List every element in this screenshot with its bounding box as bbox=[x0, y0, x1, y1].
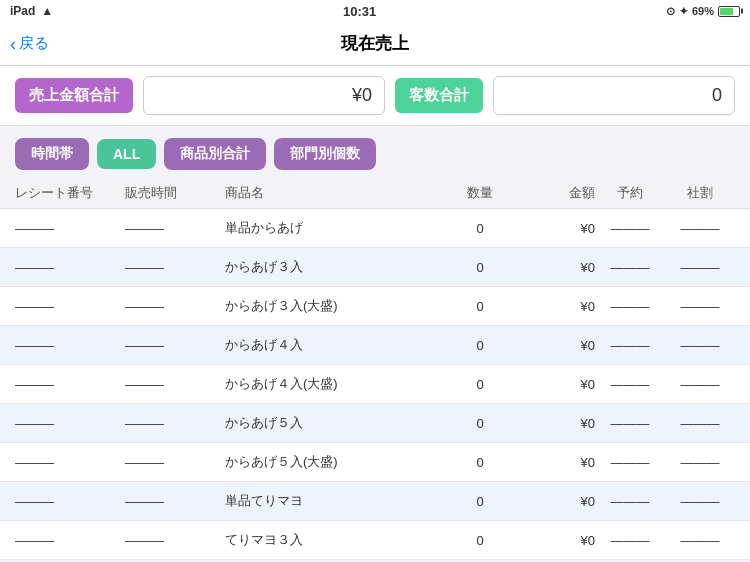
cell-2: からあげ４入(大盛) bbox=[225, 375, 445, 393]
cell-1: ——— bbox=[125, 260, 225, 275]
cell-1: ——— bbox=[125, 494, 225, 509]
cell-2: からあげ５入(大盛) bbox=[225, 453, 445, 471]
back-button[interactable]: ‹ 戻る bbox=[10, 34, 49, 53]
cell-5: ——— bbox=[595, 260, 665, 275]
cell-2: 単品てりマヨ bbox=[225, 492, 445, 510]
cell-6: ——— bbox=[665, 338, 735, 353]
status-right: ⊙ ✦ 69% bbox=[666, 5, 740, 18]
col-header-receipt: レシート番号 bbox=[15, 184, 125, 202]
table-row: ——————からあげ４入(大盛)0¥0—————— bbox=[0, 365, 750, 404]
cell-3: 0 bbox=[445, 338, 515, 353]
cell-5: ——— bbox=[595, 416, 665, 431]
cell-6: ——— bbox=[665, 494, 735, 509]
cell-2: からあげ３入 bbox=[225, 258, 445, 276]
cell-4: ¥0 bbox=[515, 455, 595, 470]
cell-6: ——— bbox=[665, 455, 735, 470]
cell-6: ——— bbox=[665, 533, 735, 548]
cell-0: ——— bbox=[15, 338, 125, 353]
cell-6: ——— bbox=[665, 416, 735, 431]
cell-4: ¥0 bbox=[515, 338, 595, 353]
col-header-time: 販売時間 bbox=[125, 184, 225, 202]
table-row: ——————からあげ３入(大盛)0¥0—————— bbox=[0, 287, 750, 326]
nav-bar: ‹ 戻る 現在売上 bbox=[0, 22, 750, 66]
cell-4: ¥0 bbox=[515, 299, 595, 314]
cell-1: ——— bbox=[125, 338, 225, 353]
table-body: ——————単品からあげ0¥0————————————からあげ３入0¥0————… bbox=[0, 209, 750, 562]
cell-0: ——— bbox=[15, 494, 125, 509]
battery-percentage: 69% bbox=[692, 5, 714, 17]
customer-label: 客数合計 bbox=[395, 78, 483, 113]
col-header-reservation: 予約 bbox=[595, 184, 665, 202]
table-row: ——————からあげ５入0¥0—————— bbox=[0, 404, 750, 443]
filter-btn-bumon[interactable]: 部門別個数 bbox=[274, 138, 376, 170]
table-row: ——————単品からあげ0¥0—————— bbox=[0, 209, 750, 248]
cell-1: ——— bbox=[125, 416, 225, 431]
cell-0: ——— bbox=[15, 221, 125, 236]
table-row: ——————からあげ３入0¥0—————— bbox=[0, 248, 750, 287]
table-header: レシート番号 販売時間 商品名 数量 金額 予約 社割 bbox=[0, 178, 750, 209]
cell-0: ——— bbox=[15, 260, 125, 275]
cell-5: ——— bbox=[595, 455, 665, 470]
cell-4: ¥0 bbox=[515, 221, 595, 236]
cell-2: 単品からあげ bbox=[225, 219, 445, 237]
back-chevron-icon: ‹ bbox=[10, 35, 16, 53]
cell-5: ——— bbox=[595, 299, 665, 314]
cell-0: ——— bbox=[15, 455, 125, 470]
cell-4: ¥0 bbox=[515, 533, 595, 548]
filter-btn-shohin[interactable]: 商品別合計 bbox=[164, 138, 266, 170]
cell-6: ——— bbox=[665, 221, 735, 236]
cell-6: ——— bbox=[665, 260, 735, 275]
device-label: iPad bbox=[10, 4, 35, 18]
cell-2: からあげ４入 bbox=[225, 336, 445, 354]
screen-rotation-icon: ⊙ bbox=[666, 5, 675, 18]
cell-6: ——— bbox=[665, 299, 735, 314]
sales-value: ¥0 bbox=[143, 76, 385, 115]
cell-1: ——— bbox=[125, 299, 225, 314]
cell-5: ——— bbox=[595, 377, 665, 392]
col-header-discount: 社割 bbox=[665, 184, 735, 202]
col-header-product: 商品名 bbox=[225, 184, 445, 202]
cell-3: 0 bbox=[445, 221, 515, 236]
cell-3: 0 bbox=[445, 377, 515, 392]
summary-row: 売上金額合計 ¥0 客数合計 0 bbox=[0, 66, 750, 126]
sales-label: 売上金額合計 bbox=[15, 78, 133, 113]
battery-icon bbox=[718, 6, 740, 17]
cell-2: てりマヨ３入 bbox=[225, 531, 445, 549]
col-header-qty: 数量 bbox=[445, 184, 515, 202]
cell-4: ¥0 bbox=[515, 377, 595, 392]
cell-4: ¥0 bbox=[515, 416, 595, 431]
bluetooth-icon: ✦ bbox=[679, 5, 688, 18]
cell-1: ——— bbox=[125, 533, 225, 548]
cell-3: 0 bbox=[445, 455, 515, 470]
cell-5: ——— bbox=[595, 494, 665, 509]
col-header-amount: 金額 bbox=[515, 184, 595, 202]
cell-5: ——— bbox=[595, 338, 665, 353]
table-row: ——————てりマヨ３入0¥0—————— bbox=[0, 521, 750, 560]
cell-0: ——— bbox=[15, 533, 125, 548]
filter-row: 時間帯ALL商品別合計部門別個数 bbox=[0, 126, 750, 178]
cell-1: ——— bbox=[125, 377, 225, 392]
status-bar: iPad ▲ 10:31 ⊙ ✦ 69% bbox=[0, 0, 750, 22]
cell-3: 0 bbox=[445, 299, 515, 314]
cell-3: 0 bbox=[445, 533, 515, 548]
cell-2: からあげ５入 bbox=[225, 414, 445, 432]
cell-4: ¥0 bbox=[515, 260, 595, 275]
cell-0: ——— bbox=[15, 377, 125, 392]
cell-5: ——— bbox=[595, 221, 665, 236]
cell-2: からあげ３入(大盛) bbox=[225, 297, 445, 315]
cell-4: ¥0 bbox=[515, 494, 595, 509]
table-row: ——————単品てりマヨ0¥0—————— bbox=[0, 482, 750, 521]
cell-5: ——— bbox=[595, 533, 665, 548]
filter-btn-all[interactable]: ALL bbox=[97, 139, 156, 169]
cell-6: ——— bbox=[665, 377, 735, 392]
table-row: ——————からあげ４入0¥0—————— bbox=[0, 326, 750, 365]
cell-0: ——— bbox=[15, 416, 125, 431]
status-left: iPad ▲ bbox=[10, 4, 53, 18]
wifi-icon: ▲ bbox=[41, 4, 53, 18]
status-time: 10:31 bbox=[343, 4, 376, 19]
page-title: 現在売上 bbox=[341, 32, 409, 55]
filter-btn-jikantai[interactable]: 時間帯 bbox=[15, 138, 89, 170]
cell-3: 0 bbox=[445, 416, 515, 431]
cell-0: ——— bbox=[15, 299, 125, 314]
customer-value: 0 bbox=[493, 76, 735, 115]
